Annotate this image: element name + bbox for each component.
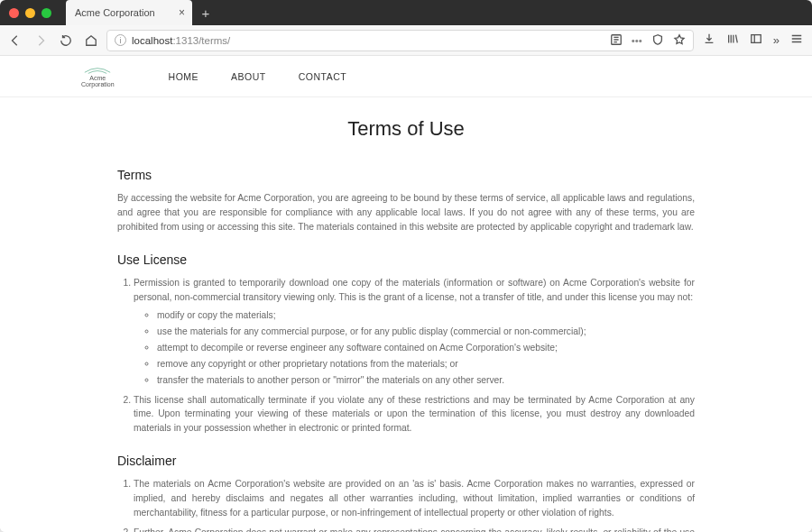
minimize-window-button[interactable] [25,8,35,18]
site-info-icon[interactable]: i [115,34,126,46]
disclaimer-list: The materials on Acme Corporation's webs… [117,477,695,532]
license-bullet-b: use the materials for any commercial pur… [157,325,695,339]
url-toolbar: i localhost:1313/terms/ ••• » [0,25,812,56]
new-tab-button[interactable]: + [196,3,216,23]
address-bar[interactable]: i localhost:1313/terms/ ••• [106,30,694,51]
back-button[interactable] [9,34,22,47]
reader-mode-icon[interactable] [610,33,623,48]
forward-button[interactable] [34,34,47,47]
disclaimer-item2: Further, Acme Corporation does not warra… [134,526,695,532]
logo-text-1: Acme [89,75,106,81]
window-controls [9,8,51,18]
license-bullet-a: modify or copy the materials; [157,308,695,323]
terms-body: By accessing the website for Acme Corpor… [117,191,695,234]
nav-about[interactable]: ABOUT [231,71,266,82]
nav-home[interactable]: HOME [169,71,199,82]
page-viewport[interactable]: Acme Corporation HOME ABOUT CONTACT Term… [0,56,812,532]
site-header: Acme Corporation HOME ABOUT CONTACT [0,56,812,97]
logo-mark-icon [82,66,113,75]
url-text: localhost:1313/terms/ [132,35,230,46]
license-list: Permission is granted to temporarily dow… [117,276,695,436]
page-title: Terms of Use [117,117,695,141]
license-bullet-d: remove any copyright or other proprietar… [157,357,695,371]
logo-text-2: Corporation [81,81,115,87]
tab-title: Acme Corporation [75,7,155,18]
home-button[interactable] [85,34,97,47]
close-window-button[interactable] [9,8,19,18]
reload-button[interactable] [60,34,72,47]
bookmark-star-icon[interactable] [673,33,686,48]
nav-contact[interactable]: CONTACT [299,71,346,82]
overflow-icon[interactable]: » [773,33,780,47]
main-nav: HOME ABOUT CONTACT [169,71,347,82]
terms-heading: Terms [117,168,695,182]
license-bullet-c: attempt to decompile or reverse engineer… [157,341,695,355]
more-icon[interactable]: ••• [632,35,642,46]
license-item1: Permission is granted to temporarily dow… [134,278,695,302]
downloads-icon[interactable] [703,32,715,48]
svg-rect-1 [752,35,761,43]
sidebar-icon[interactable] [750,32,762,48]
license-item2: This license shall automatically termina… [134,393,695,436]
license-bullet-e: transfer the materials to another person… [157,373,695,388]
browser-tab[interactable]: Acme Corporation × [66,0,192,25]
page-content: Terms of Use Terms By accessing the webs… [117,97,695,532]
library-icon[interactable] [726,32,739,48]
disclaimer-heading: Disclaimer [117,454,695,468]
titlebar: Acme Corporation × + [0,0,812,25]
close-tab-icon[interactable]: × [179,6,185,19]
browser-window: Acme Corporation × + i localhost:1313/te… [0,0,812,532]
maximize-window-button[interactable] [42,8,51,18]
protection-icon[interactable] [651,33,664,48]
disclaimer-item1: The materials on Acme Corporation's webs… [134,477,695,520]
license-heading: Use License [117,252,695,267]
menu-icon[interactable] [790,32,803,48]
site-logo[interactable]: Acme Corporation [81,66,115,87]
